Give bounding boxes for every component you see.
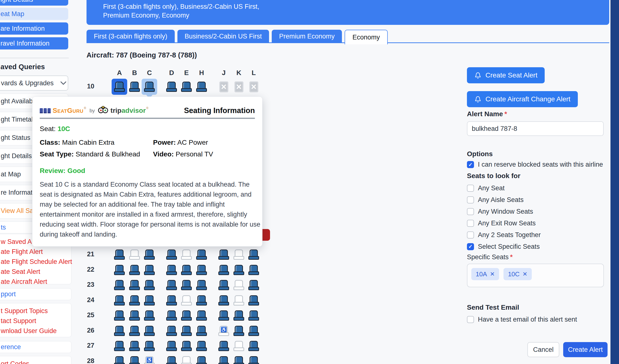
reference-header[interactable]: erence <box>1 343 71 351</box>
seat-26E[interactable] <box>179 323 194 339</box>
alert-name-input[interactable] <box>467 121 604 136</box>
checkbox-any-exit-row-seats[interactable] <box>467 220 474 227</box>
seat-26K[interactable] <box>231 323 247 339</box>
seat-21E[interactable] <box>179 247 194 263</box>
seat-25D[interactable] <box>164 308 179 323</box>
seat-22H[interactable] <box>194 262 209 278</box>
tab-business-2-cabin-us-first[interactable]: Business/2-Cabin US First <box>177 30 269 43</box>
seat-22E[interactable] <box>179 262 194 278</box>
seat-28H[interactable] <box>194 353 209 364</box>
seat-24H[interactable] <box>194 292 209 308</box>
seat-28A[interactable] <box>112 353 127 364</box>
seat-23L[interactable] <box>246 277 262 293</box>
sidebar-item-are-information[interactable]: are Information <box>0 22 68 35</box>
seat-24C[interactable] <box>141 292 157 308</box>
seat-23B[interactable] <box>127 277 142 293</box>
tab-first-3-cabin-flights-only[interactable]: First (3-cabin flights only) <box>86 30 175 43</box>
seat-24K[interactable] <box>231 292 247 308</box>
seat-21K[interactable] <box>231 247 247 263</box>
seat-22A[interactable] <box>112 262 127 278</box>
seat-23H[interactable] <box>194 277 209 293</box>
seat-26D[interactable] <box>164 323 179 339</box>
seat-28K[interactable] <box>231 353 247 364</box>
seat-24E[interactable] <box>179 292 194 308</box>
link-ate-seat-alert[interactable]: ate Seat Alert <box>1 268 71 276</box>
sidebar-item-eat-map[interactable]: eat Map <box>0 8 68 20</box>
seat-23A[interactable] <box>112 277 127 293</box>
checkbox-select-specific-seats[interactable] <box>467 243 474 250</box>
seat-27E[interactable] <box>179 338 194 354</box>
seat-10E[interactable] <box>179 79 194 95</box>
seat-23J[interactable] <box>216 277 232 293</box>
seat-23C[interactable] <box>141 277 157 293</box>
seat-26C[interactable] <box>141 323 157 339</box>
seat-27B[interactable] <box>127 338 142 354</box>
tab-economy[interactable]: Economy <box>345 30 388 44</box>
specific-seats-box[interactable]: 10A✕10C✕ <box>467 264 604 287</box>
seat-27J[interactable] <box>216 338 232 354</box>
seat-22B[interactable] <box>127 262 142 278</box>
seat-10B[interactable] <box>127 79 142 95</box>
checkbox-any-seat[interactable] <box>467 185 474 192</box>
seat-21L[interactable] <box>246 247 262 263</box>
seat-10C[interactable] <box>141 79 157 95</box>
test-email-checkbox[interactable] <box>467 316 474 323</box>
seat-21B[interactable] <box>127 247 142 263</box>
seat-25K[interactable] <box>231 308 247 323</box>
seat-26J[interactable]: ♿ <box>216 323 232 339</box>
seat-10H[interactable] <box>194 79 209 95</box>
link-ate-flight-alert[interactable]: ate Flight Alert <box>1 248 71 256</box>
seat-26A[interactable] <box>112 323 127 339</box>
link-t-support-topics[interactable]: t Support Topics <box>1 307 71 315</box>
seat-27K[interactable] <box>231 338 247 354</box>
chip-remove-10c[interactable]: ✕ <box>522 271 527 278</box>
checkbox-any-aisle-seats[interactable] <box>467 196 474 203</box>
seat-28B[interactable] <box>127 353 142 364</box>
seat-27H[interactable] <box>194 338 209 354</box>
support-header[interactable]: pport <box>1 290 71 298</box>
seat-23D[interactable] <box>164 277 179 293</box>
link-ort-codes[interactable]: ort Codes <box>1 360 71 364</box>
seat-27A[interactable] <box>112 338 127 354</box>
link-ate-aircraft-alert[interactable]: ate Aircraft Alert <box>1 278 71 286</box>
create-alert-button[interactable]: Create Alert <box>563 342 607 357</box>
seat-25A[interactable] <box>112 308 127 323</box>
seat-25B[interactable] <box>127 308 142 323</box>
seat-25J[interactable] <box>216 308 232 323</box>
seat-22L[interactable] <box>246 262 262 278</box>
reserve-blocked-checkbox[interactable] <box>467 161 474 168</box>
saved-queries-dropdown[interactable]: vards & Upgrades <box>0 76 68 91</box>
seat-23K[interactable] <box>231 277 247 293</box>
seat-22D[interactable] <box>164 262 179 278</box>
sidebar-item-ight-details[interactable]: ight Details <box>0 0 68 6</box>
seat-23E[interactable] <box>179 277 194 293</box>
seat-24L[interactable] <box>246 292 262 308</box>
seat-28E[interactable] <box>179 353 194 364</box>
seat-25L[interactable] <box>246 308 262 323</box>
seat-21J[interactable] <box>216 247 232 263</box>
seat-10A[interactable] <box>112 79 127 95</box>
seat-24D[interactable] <box>164 292 179 308</box>
checkbox-any-window-seats[interactable] <box>467 208 474 215</box>
seat-21C[interactable] <box>141 247 157 263</box>
seat-27C[interactable] <box>141 338 157 354</box>
seat-24A[interactable] <box>112 292 127 308</box>
cancel-button[interactable]: Cancel <box>527 342 559 357</box>
seat-27L[interactable] <box>246 338 262 354</box>
seat-22J[interactable] <box>216 262 232 278</box>
seat-10D[interactable] <box>164 79 179 95</box>
link-ate-flight-schedule-alert[interactable]: ate Flight Schedule Alert <box>1 258 71 266</box>
checkbox-any-2-seats-together[interactable] <box>467 231 474 238</box>
tab-premium-economy[interactable]: Premium Economy <box>272 30 342 43</box>
seat-24B[interactable] <box>127 292 142 308</box>
seat-26B[interactable] <box>127 323 142 339</box>
create-aircraft-change-alert-button[interactable]: Create Aircraft Change Alert <box>467 91 578 107</box>
seat-26L[interactable] <box>246 323 262 339</box>
seat-25C[interactable] <box>141 308 157 323</box>
seat-24J[interactable] <box>216 292 232 308</box>
seat-26H[interactable] <box>194 323 209 339</box>
seat-28D[interactable] <box>164 353 179 364</box>
seat-21A[interactable] <box>112 247 127 263</box>
seat-25H[interactable] <box>194 308 209 323</box>
seat-28L[interactable] <box>246 353 262 364</box>
